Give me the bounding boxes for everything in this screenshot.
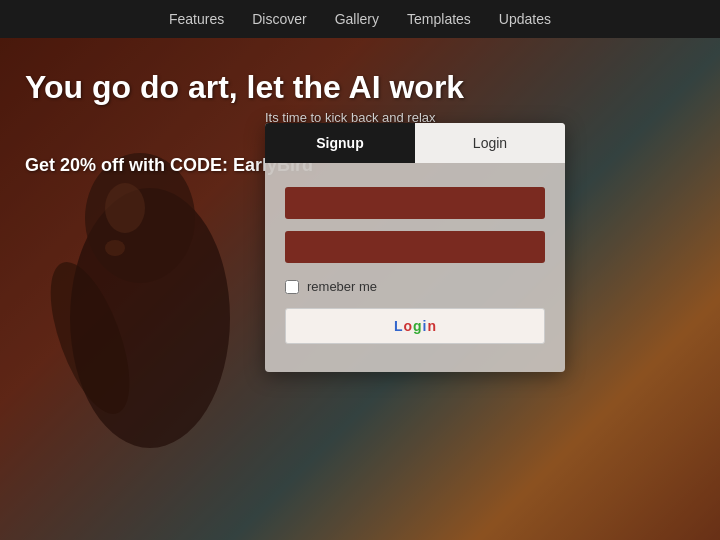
login-btn-i: i <box>423 318 427 334</box>
remember-row: remeber me <box>285 279 545 294</box>
form-body: remeber me Login <box>265 163 565 372</box>
tab-login[interactable]: Login <box>415 123 565 163</box>
username-input[interactable] <box>285 187 545 219</box>
navigation: Features Discover Gallery Templates Upda… <box>0 0 720 38</box>
auth-form-card: Signup Login remeber me Login <box>265 123 565 372</box>
nav-updates[interactable]: Updates <box>499 11 551 27</box>
password-input[interactable] <box>285 231 545 263</box>
tab-signup[interactable]: Signup <box>265 123 415 163</box>
nav-gallery[interactable]: Gallery <box>335 11 379 27</box>
form-tabs: Signup Login <box>265 123 565 163</box>
login-btn-n: n <box>428 318 437 334</box>
nav-discover[interactable]: Discover <box>252 11 306 27</box>
login-btn-L: L <box>394 318 403 334</box>
login-button[interactable]: Login <box>285 308 545 344</box>
hero-title: You go do art, let the AI work <box>25 68 464 106</box>
nav-features[interactable]: Features <box>169 11 224 27</box>
hero-section: You go do art, let the AI work Its time … <box>0 38 720 540</box>
nav-templates[interactable]: Templates <box>407 11 471 27</box>
login-btn-g: g <box>413 318 422 334</box>
remember-checkbox[interactable] <box>285 280 299 294</box>
remember-label: remeber me <box>307 279 377 294</box>
login-btn-o: o <box>403 318 412 334</box>
